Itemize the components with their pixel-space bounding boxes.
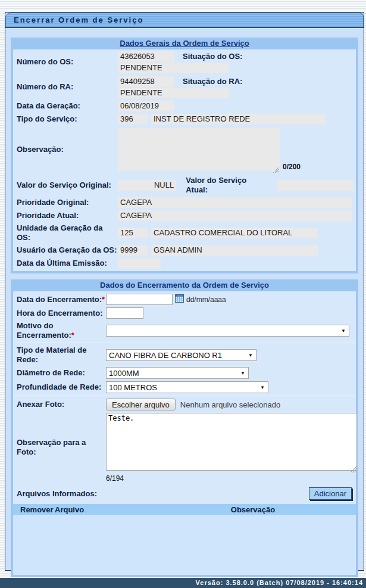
field-row-ultima-emissao: Data da Última Emissão: xyxy=(13,257,356,271)
valor-atual-label: Valor do Serviço Atual: xyxy=(186,176,268,195)
general-panel-title: Dados Gerais da Ordem de Serviço xyxy=(120,39,249,48)
prioridade-atual-label: Prioridade Atual: xyxy=(17,211,118,220)
field-row-hora-encerramento: Hora do Encerramento: xyxy=(13,306,356,320)
observacao-counter: 0/200 xyxy=(283,163,301,173)
anexar-foto-label: Anexar Foto: xyxy=(17,400,106,409)
data-geracao-label: Data da Geração: xyxy=(17,101,118,111)
tipo-material-selected-value: CANO FIBRA DE CARBONO R1 xyxy=(109,351,222,360)
field-row-observacao: Observação: 0/200 xyxy=(13,126,356,175)
diametro-select[interactable]: 1000MM ▼ xyxy=(106,367,249,379)
unidade-descricao: CADASTRO COMERCIAL DO LITORAL xyxy=(151,228,318,238)
unidade-geracao-label: Unidade da Geração da OS: xyxy=(17,223,118,242)
app-window: Encerrar Ordem de Serviço Dados Gerais d… xyxy=(5,12,364,571)
hora-encerramento-input[interactable] xyxy=(106,307,143,319)
situacao-os-label: Situação do OS: xyxy=(183,52,242,61)
general-panel-header: Dados Gerais da Ordem de Serviço xyxy=(12,38,356,49)
ultima-emissao-value xyxy=(118,258,161,269)
field-row-anexar-foto: Anexar Foto: Escolher arquivo Nenhum arq… xyxy=(13,397,356,412)
field-row-motivo-encerramento: Motivo do Encerramento:* ▼ xyxy=(13,320,356,341)
situacao-ra-value: PENDENTE xyxy=(118,88,229,98)
unidade-codigo: 125 xyxy=(118,228,148,238)
col-header-observacao: Observação xyxy=(150,505,356,514)
diametro-selected-value: 1000MM xyxy=(109,369,139,378)
field-row-data-geracao: Data da Geração: 06/08/2019 xyxy=(13,99,356,113)
group-divider xyxy=(13,343,356,343)
group-divider xyxy=(13,396,356,396)
footer-version-bar: Versão: 3.58.0.0 (Batch) 07/08/2019 - 16… xyxy=(0,578,366,588)
field-row-tipo-servico: Tipo do Serviço: 396 INST DE REGISTRO RE… xyxy=(13,113,356,126)
numero-os-label: Número do OS: xyxy=(17,57,118,67)
numero-ra-value: 94409258 xyxy=(118,76,174,87)
numero-ra-label: Número do RA: xyxy=(17,82,118,92)
chevron-down-icon: ▼ xyxy=(260,385,265,390)
resize-handle-icon[interactable] xyxy=(351,466,356,472)
col-header-remover: Remover xyxy=(13,505,55,514)
field-row-data-encerramento: Data do Encerramento:* dd/mm/aaaa xyxy=(13,291,356,306)
valor-atual-value xyxy=(277,180,354,191)
field-row-prioridade-original: Prioridade Original: CAGEPA xyxy=(13,196,356,209)
date-format-hint: dd/mm/aaaa xyxy=(186,295,226,304)
field-row-usuario-geracao: Usuário da Geração da OS: 9999 GSAN ADMI… xyxy=(13,244,356,257)
motivo-encerramento-label: Motivo do Encerramento: xyxy=(17,321,71,340)
version-text: Versão: 3.58.0.0 (Batch) 07/08/2019 - 16… xyxy=(196,579,363,586)
data-encerramento-input[interactable] xyxy=(106,294,173,305)
field-row-tipo-material: Tipo de Material de Rede: CANO FIBRA DE … xyxy=(13,344,356,366)
diametro-label: Diâmetro de Rede: xyxy=(17,368,106,378)
data-geracao-value: 06/08/2019 xyxy=(118,101,174,111)
obs-foto-textarea[interactable]: Teste. xyxy=(106,413,357,471)
tipo-servico-codigo: 396 xyxy=(118,114,148,125)
closing-panel-title: Dados do Encerramento da Ordem de Serviç… xyxy=(100,281,269,290)
profundidade-select[interactable]: 100 METROS ▼ xyxy=(106,381,268,393)
page-title-bar: Encerrar Ordem de Serviço xyxy=(5,13,364,28)
chevron-down-icon: ▼ xyxy=(248,353,253,358)
field-row-numero-os: Número do OS: 43626053 Situação do OS: P… xyxy=(13,49,356,74)
closing-data-panel: Dados do Encerramento da Ordem de Serviç… xyxy=(11,279,358,577)
chevron-down-icon: ▼ xyxy=(341,328,346,334)
field-row-diametro: Diâmetro de Rede: 1000MM ▼ xyxy=(13,366,356,380)
prioridade-atual-value: CAGEPA xyxy=(118,210,352,221)
usuario-codigo: 9999 xyxy=(118,245,148,256)
ultima-emissao-label: Data da Última Emissão: xyxy=(17,259,118,268)
field-row-obs-foto: Observação para a Foto: Teste. xyxy=(13,412,356,474)
field-row-prioridade-atual: Prioridade Atual: CAGEPA xyxy=(13,209,356,222)
data-encerramento-label: Data do Encerramento: xyxy=(17,295,102,304)
obs-foto-label: Observação para a Foto: xyxy=(17,413,106,457)
field-row-unidade-geracao: Unidade da Geração da OS: 125 CADASTRO C… xyxy=(13,222,356,244)
situacao-ra-label: Situação do RA: xyxy=(183,77,242,86)
files-table-header: Remover Arquivo Observação xyxy=(13,504,356,515)
field-row-numero-ra: Número do RA: 94409258 Situação do RA: P… xyxy=(13,74,356,99)
obs-foto-counter-row: 6/194 xyxy=(13,474,356,484)
calendar-icon[interactable] xyxy=(175,294,184,305)
tipo-material-select[interactable]: CANO FIBRA DE CARBONO R1 ▼ xyxy=(106,349,256,361)
files-table: Remover Arquivo Observação xyxy=(13,504,356,575)
resize-handle-icon[interactable] xyxy=(273,167,279,173)
observacao-label: Observação: xyxy=(17,128,118,154)
observacao-textarea xyxy=(118,128,280,171)
profundidade-selected-value: 100 METROS xyxy=(109,383,157,392)
adicionar-button[interactable]: Adicionar xyxy=(309,487,352,500)
required-asterisk: * xyxy=(71,331,74,340)
field-row-profundidade: Profundidade de Rede: 100 METROS ▼ xyxy=(13,380,356,394)
tipo-servico-descricao: INST DE REGISTRO REDE xyxy=(151,114,326,125)
motivo-encerramento-select[interactable]: ▼ xyxy=(106,325,349,337)
files-table-body xyxy=(13,515,356,575)
usuario-geracao-label: Usuário da Geração da OS: xyxy=(17,245,118,255)
choose-file-button[interactable]: Escolher arquivo xyxy=(106,399,176,410)
required-asterisk: * xyxy=(102,295,105,304)
situacao-os-value: PENDENTE xyxy=(118,63,229,73)
field-row-arquivos-informados: Arquivos Informados: Adicionar xyxy=(13,484,356,501)
obs-foto-counter: 6/194 xyxy=(106,474,124,483)
profundidade-label: Profundidade de Rede: xyxy=(17,382,106,392)
prioridade-original-label: Prioridade Original: xyxy=(17,198,118,207)
page-title: Encerrar Ordem de Serviço xyxy=(14,15,143,24)
numero-os-value: 43626053 xyxy=(118,51,174,62)
arquivos-informados-label: Arquivos Informados: xyxy=(17,489,97,499)
main-content: Dados Gerais da Ordem de Serviço Número … xyxy=(5,28,364,588)
general-data-panel: Dados Gerais da Ordem de Serviço Número … xyxy=(11,38,358,273)
hora-encerramento-label: Hora do Encerramento: xyxy=(17,309,106,318)
file-status-text: Nenhum arquivo selecionado xyxy=(180,400,280,409)
field-row-valor-servico: Valor do Serviço Original: NULL Valor do… xyxy=(13,175,356,196)
prioridade-original-value: CAGEPA xyxy=(118,197,352,208)
tipo-material-label: Tipo de Material de Rede: xyxy=(17,346,106,365)
valor-original-label: Valor do Serviço Original: xyxy=(17,181,118,190)
